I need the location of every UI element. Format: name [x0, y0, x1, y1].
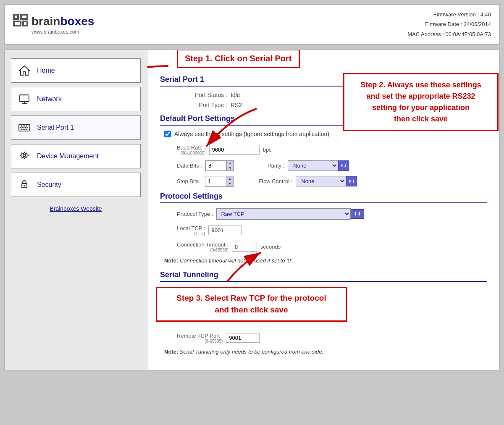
baud-rate-sub: (60-1000000) [177, 151, 206, 155]
logo-text: brainboxes [32, 15, 94, 28]
svg-rect-5 [22, 16, 26, 18]
data-bits-spinner: ▲ ▼ [205, 160, 234, 171]
flow-control-label: Flow Control : [259, 178, 292, 184]
step1-text: Step 1. Click on Serial Port [185, 54, 292, 63]
logo: brainboxes [13, 14, 94, 29]
sidebar: Home Network [5, 50, 147, 370]
brainboxes-website-link[interactable]: Brainboxes Website [11, 205, 141, 212]
note1-bold: Note: [164, 257, 178, 264]
svg-point-27 [23, 154, 26, 157]
baud-rate-label: Baud Rate : [177, 144, 206, 151]
port-settings-form: Baud Rate : (60-1000000) bps Data Bits : [160, 144, 487, 186]
conn-timeout-group: Connection Timeout : (0-65535) seconds [177, 241, 281, 252]
svg-point-29 [24, 185, 25, 186]
stop-bits-spinner: ▲ ▼ [205, 176, 234, 186]
svg-rect-7 [24, 22, 26, 25]
port-status-label: Port Status : [185, 92, 227, 98]
svg-rect-4 [15, 16, 17, 18]
header-info: Firmware Version : 4.40 Fimware Date : 2… [407, 10, 491, 39]
remote-tcp-row: Remote TCP Port : (0-65535) [177, 332, 487, 344]
data-bits-up[interactable]: ▲ [227, 161, 234, 166]
protocol-select-wrap: Raw TCP Telnet UDP ⬆⬇ [216, 208, 364, 220]
svg-rect-10 [20, 95, 29, 96]
note2: Note: Serial Tunneling only needs to be … [164, 349, 487, 355]
mac-label: MAC Address : [407, 31, 444, 37]
protocol-form: Protocol Type : Raw TCP Telnet UDP ⬆⬇ [160, 208, 487, 252]
conn-timeout-row: Connection Timeout : (0-65535) seconds [177, 241, 487, 252]
conn-timeout-unit: seconds [260, 244, 281, 250]
local-tc-input[interactable] [208, 226, 242, 235]
header: brainboxes www.brainboxes.com Firmware V… [4, 4, 500, 45]
local-tc-row: Local TCP : (1...5) [177, 225, 487, 236]
stop-bits-flow-row: Stop Bits : ▲ ▼ Flow Control : [177, 176, 487, 186]
svg-rect-6 [15, 22, 20, 25]
protocol-type-select[interactable]: Raw TCP Telnet UDP [216, 208, 351, 220]
stop-bits-up[interactable]: ▲ [226, 176, 233, 181]
content-area: Step 1. Click on Serial Port Step 2. Alw… [147, 50, 499, 370]
svg-point-26 [26, 129, 27, 130]
parity-arrow-btn[interactable]: ⬆⬇ [338, 160, 349, 171]
sidebar-network-label: Network [37, 95, 62, 103]
svg-point-16 [24, 127, 25, 129]
stop-bits-down[interactable]: ▼ [226, 181, 233, 186]
conn-timeout-sub: (0-65535) [177, 248, 228, 252]
sidebar-item-home[interactable]: Home [11, 58, 141, 83]
remote-tcp-input[interactable] [226, 333, 260, 343]
mac-value: 00:0A:4F:05:0A:73 [446, 31, 491, 37]
firmware-date: Fimware Date : 24/06/2014 [407, 19, 491, 29]
svg-point-23 [21, 129, 22, 130]
protocol-type-label: Protocol Type : [177, 211, 213, 217]
step2-text: Step 2. Always use these settingsand set… [360, 81, 481, 123]
sidebar-item-device-management[interactable]: Device Management [11, 144, 141, 168]
sidebar-item-serial-port[interactable]: Serial Port 1 [11, 115, 141, 140]
baud-rate-group: Baud Rate : (60-1000000) bps [177, 144, 272, 155]
data-bits-label: Data Bits : [177, 163, 202, 169]
data-bits-input[interactable] [205, 160, 226, 171]
serial-port-icon [18, 121, 31, 134]
sidebar-item-security[interactable]: Security [11, 173, 141, 197]
flow-control-group: Flow Control : None XOn/XOff RTS/CTS ⬆⬇ [259, 176, 357, 186]
sidebar-device-label: Device Management [37, 152, 99, 160]
always-use-settings-label: Always use these settings (Ignore settin… [174, 131, 329, 137]
data-bits-down[interactable]: ▼ [227, 166, 234, 171]
svg-point-20 [23, 126, 24, 127]
svg-point-21 [24, 126, 26, 127]
remote-tcp-sub: (0-65535) [177, 339, 223, 344]
sidebar-item-network[interactable]: Network [11, 87, 141, 111]
firmware-version-label: Firmware Version : [433, 11, 479, 18]
parity-group: Parity : None Even Odd ⬆⬇ [268, 160, 349, 171]
local-tc-sub: (1...5) [177, 231, 205, 236]
mac-address: MAC Address : 00:0A:4F:05:0A:73 [407, 29, 491, 39]
svg-point-14 [20, 127, 21, 129]
always-use-settings-checkbox[interactable] [164, 131, 171, 137]
logo-url: www.brainboxes.com [32, 29, 79, 35]
step1-annotation: Step 1. Click on Serial Port [177, 50, 300, 68]
parity-select-wrap: None Even Odd ⬆⬇ [288, 160, 349, 171]
parity-select[interactable]: None Even Odd [288, 160, 338, 171]
protocol-type-row: Protocol Type : Raw TCP Telnet UDP ⬆⬇ [177, 208, 487, 220]
device-management-icon [18, 150, 31, 163]
local-tc-group: Local TCP : (1...5) [177, 225, 242, 236]
logo-icon [13, 14, 28, 29]
baud-rate-row: Baud Rate : (60-1000000) bps [177, 144, 487, 155]
svg-point-25 [24, 129, 26, 130]
stop-bits-label: Stop Bits : [177, 178, 202, 184]
flow-control-select-wrap: None XOn/XOff RTS/CTS ⬆⬇ [296, 176, 357, 186]
logo-name: boxes [60, 15, 94, 28]
tunneling-form: Remote TCP Port : (0-65535) [160, 332, 487, 344]
security-icon [18, 178, 31, 192]
protocol-arrow-btn[interactable]: ⬆⬇ [351, 209, 364, 219]
note1: Note: Connection timeout will not be use… [164, 257, 487, 264]
svg-point-15 [22, 127, 23, 129]
parity-label: Parity : [268, 163, 284, 169]
svg-marker-8 [19, 66, 29, 75]
stop-bits-input[interactable] [205, 176, 226, 186]
svg-point-18 [27, 127, 28, 129]
conn-timeout-label: Connection Timeout : [177, 241, 228, 248]
note1-text: Connection timeout will not be used if s… [180, 257, 293, 264]
conn-timeout-input[interactable] [232, 242, 257, 252]
flow-control-arrow-btn[interactable]: ⬆⬇ [346, 176, 357, 186]
flow-control-select[interactable]: None XOn/XOff RTS/CTS [296, 176, 346, 186]
baud-rate-label-wrap: Baud Rate : (60-1000000) [177, 144, 206, 155]
baud-rate-input[interactable] [209, 145, 260, 155]
